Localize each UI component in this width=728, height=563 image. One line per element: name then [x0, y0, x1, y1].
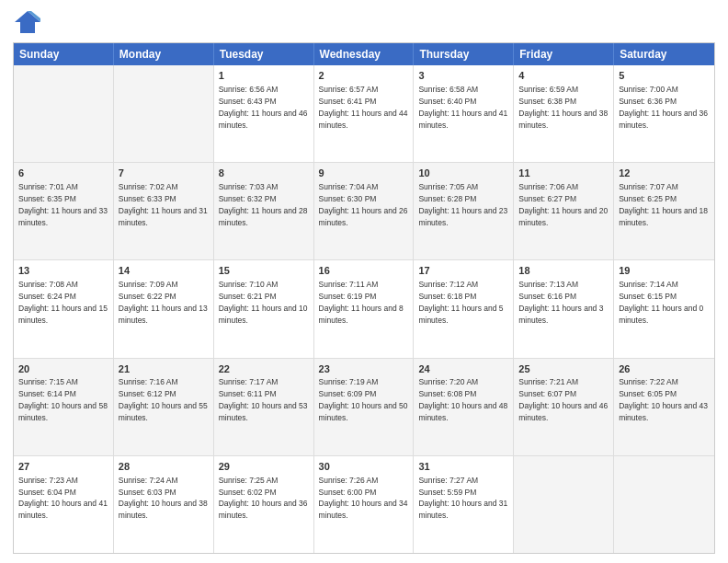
calendar-body: 1Sunrise: 6:56 AM Sunset: 6:43 PM Daylig…	[14, 65, 714, 553]
calendar-header-day: Sunday	[14, 43, 114, 65]
day-info: Sunrise: 7:01 AM Sunset: 6:35 PM Dayligh…	[18, 182, 108, 227]
day-info: Sunrise: 7:20 AM Sunset: 6:08 PM Dayligh…	[418, 377, 507, 422]
day-number: 20	[18, 362, 108, 376]
day-number: 27	[18, 460, 108, 474]
day-info: Sunrise: 7:24 AM Sunset: 6:03 PM Dayligh…	[119, 476, 208, 521]
calendar-cell: 1Sunrise: 6:56 AM Sunset: 6:43 PM Daylig…	[214, 65, 314, 162]
calendar-row: 6Sunrise: 7:01 AM Sunset: 6:35 PM Daylig…	[14, 163, 714, 260]
day-info: Sunrise: 7:26 AM Sunset: 6:00 PM Dayligh…	[319, 476, 408, 521]
day-number: 24	[418, 362, 508, 376]
calendar-cell: 12Sunrise: 7:07 AM Sunset: 6:25 PM Dayli…	[614, 163, 714, 259]
calendar-header-day: Thursday	[414, 43, 514, 65]
day-info: Sunrise: 6:57 AM Sunset: 6:41 PM Dayligh…	[319, 85, 408, 130]
calendar-header-day: Saturday	[614, 43, 714, 65]
day-number: 10	[418, 167, 508, 180]
day-number: 18	[518, 264, 609, 278]
day-info: Sunrise: 7:22 AM Sunset: 6:05 PM Dayligh…	[619, 377, 708, 422]
page: SundayMondayTuesdayWednesdayThursdayFrid…	[0, 0, 728, 563]
day-info: Sunrise: 7:09 AM Sunset: 6:22 PM Dayligh…	[119, 280, 208, 325]
day-number: 21	[119, 362, 209, 376]
calendar-header: SundayMondayTuesdayWednesdayThursdayFrid…	[14, 43, 714, 65]
calendar-cell: 5Sunrise: 7:00 AM Sunset: 6:36 PM Daylig…	[614, 65, 714, 162]
day-info: Sunrise: 7:19 AM Sunset: 6:09 PM Dayligh…	[319, 377, 408, 422]
svg-marker-0	[15, 11, 40, 33]
calendar-cell: 3Sunrise: 6:58 AM Sunset: 6:40 PM Daylig…	[414, 65, 514, 162]
calendar-cell: 22Sunrise: 7:17 AM Sunset: 6:11 PM Dayli…	[214, 359, 314, 455]
day-number: 29	[219, 460, 309, 474]
calendar-cell: 18Sunrise: 7:13 AM Sunset: 6:16 PM Dayli…	[514, 260, 614, 357]
calendar-row: 1Sunrise: 6:56 AM Sunset: 6:43 PM Daylig…	[14, 65, 714, 163]
calendar-cell	[14, 65, 114, 162]
calendar-cell	[514, 456, 614, 553]
calendar-cell: 13Sunrise: 7:08 AM Sunset: 6:24 PM Dayli…	[14, 260, 114, 357]
day-number: 2	[319, 69, 409, 83]
calendar-cell: 29Sunrise: 7:25 AM Sunset: 6:02 PM Dayli…	[214, 456, 314, 553]
header	[13, 9, 715, 35]
calendar-cell: 27Sunrise: 7:23 AM Sunset: 6:04 PM Dayli…	[14, 456, 114, 553]
calendar-cell: 25Sunrise: 7:21 AM Sunset: 6:07 PM Dayli…	[514, 359, 614, 455]
calendar-cell: 10Sunrise: 7:05 AM Sunset: 6:28 PM Dayli…	[414, 163, 514, 259]
day-info: Sunrise: 7:23 AM Sunset: 6:04 PM Dayligh…	[18, 476, 108, 521]
day-number: 1	[219, 69, 309, 83]
calendar-row: 13Sunrise: 7:08 AM Sunset: 6:24 PM Dayli…	[14, 260, 714, 358]
day-number: 26	[619, 362, 710, 376]
day-info: Sunrise: 7:07 AM Sunset: 6:25 PM Dayligh…	[619, 182, 708, 227]
day-number: 19	[619, 264, 710, 278]
calendar-cell: 23Sunrise: 7:19 AM Sunset: 6:09 PM Dayli…	[314, 359, 415, 455]
calendar-cell	[114, 65, 214, 162]
day-number: 8	[219, 167, 309, 180]
calendar-cell: 6Sunrise: 7:01 AM Sunset: 6:35 PM Daylig…	[14, 163, 114, 259]
day-number: 22	[219, 362, 309, 376]
day-info: Sunrise: 6:58 AM Sunset: 6:40 PM Dayligh…	[418, 85, 507, 130]
day-info: Sunrise: 7:11 AM Sunset: 6:19 PM Dayligh…	[319, 280, 404, 325]
calendar-cell: 16Sunrise: 7:11 AM Sunset: 6:19 PM Dayli…	[314, 260, 415, 357]
calendar: SundayMondayTuesdayWednesdayThursdayFrid…	[13, 42, 715, 554]
day-info: Sunrise: 7:04 AM Sunset: 6:30 PM Dayligh…	[319, 182, 408, 227]
day-number: 11	[518, 167, 609, 180]
day-number: 30	[319, 460, 409, 474]
day-info: Sunrise: 7:10 AM Sunset: 6:21 PM Dayligh…	[219, 280, 308, 325]
day-number: 7	[119, 167, 209, 180]
calendar-header-day: Wednesday	[314, 43, 415, 65]
day-info: Sunrise: 7:00 AM Sunset: 6:36 PM Dayligh…	[619, 85, 708, 130]
day-number: 28	[119, 460, 209, 474]
day-info: Sunrise: 7:16 AM Sunset: 6:12 PM Dayligh…	[119, 377, 208, 422]
calendar-row: 27Sunrise: 7:23 AM Sunset: 6:04 PM Dayli…	[14, 456, 714, 553]
calendar-cell	[614, 456, 714, 553]
day-number: 4	[518, 69, 609, 83]
calendar-header-day: Monday	[114, 43, 214, 65]
day-info: Sunrise: 7:03 AM Sunset: 6:32 PM Dayligh…	[219, 182, 308, 227]
day-info: Sunrise: 6:59 AM Sunset: 6:38 PM Dayligh…	[518, 85, 608, 130]
day-info: Sunrise: 7:13 AM Sunset: 6:16 PM Dayligh…	[518, 280, 603, 325]
calendar-row: 20Sunrise: 7:15 AM Sunset: 6:14 PM Dayli…	[14, 359, 714, 456]
day-info: Sunrise: 7:17 AM Sunset: 6:11 PM Dayligh…	[219, 377, 308, 422]
day-number: 6	[18, 167, 108, 180]
calendar-cell: 21Sunrise: 7:16 AM Sunset: 6:12 PM Dayli…	[114, 359, 214, 455]
day-number: 16	[319, 264, 409, 278]
day-info: Sunrise: 7:21 AM Sunset: 6:07 PM Dayligh…	[518, 377, 608, 422]
day-number: 31	[418, 460, 508, 474]
calendar-cell: 19Sunrise: 7:14 AM Sunset: 6:15 PM Dayli…	[614, 260, 714, 357]
day-number: 13	[18, 264, 108, 278]
calendar-cell: 7Sunrise: 7:02 AM Sunset: 6:33 PM Daylig…	[114, 163, 214, 259]
day-info: Sunrise: 7:14 AM Sunset: 6:15 PM Dayligh…	[619, 280, 703, 325]
day-number: 15	[219, 264, 309, 278]
logo-icon	[13, 9, 42, 35]
day-info: Sunrise: 7:12 AM Sunset: 6:18 PM Dayligh…	[418, 280, 503, 325]
day-number: 3	[418, 69, 508, 83]
day-info: Sunrise: 7:25 AM Sunset: 6:02 PM Dayligh…	[219, 476, 308, 521]
calendar-cell: 30Sunrise: 7:26 AM Sunset: 6:00 PM Dayli…	[314, 456, 415, 553]
day-number: 25	[518, 362, 609, 376]
day-info: Sunrise: 7:05 AM Sunset: 6:28 PM Dayligh…	[418, 182, 507, 227]
calendar-cell: 2Sunrise: 6:57 AM Sunset: 6:41 PM Daylig…	[314, 65, 415, 162]
day-info: Sunrise: 7:08 AM Sunset: 6:24 PM Dayligh…	[18, 280, 108, 325]
calendar-cell: 31Sunrise: 7:27 AM Sunset: 5:59 PM Dayli…	[414, 456, 514, 553]
logo	[13, 9, 46, 35]
day-number: 14	[119, 264, 209, 278]
day-number: 9	[319, 167, 409, 180]
calendar-cell: 14Sunrise: 7:09 AM Sunset: 6:22 PM Dayli…	[114, 260, 214, 357]
day-number: 17	[418, 264, 508, 278]
calendar-header-day: Tuesday	[214, 43, 314, 65]
day-number: 5	[619, 69, 710, 83]
calendar-cell: 4Sunrise: 6:59 AM Sunset: 6:38 PM Daylig…	[514, 65, 614, 162]
